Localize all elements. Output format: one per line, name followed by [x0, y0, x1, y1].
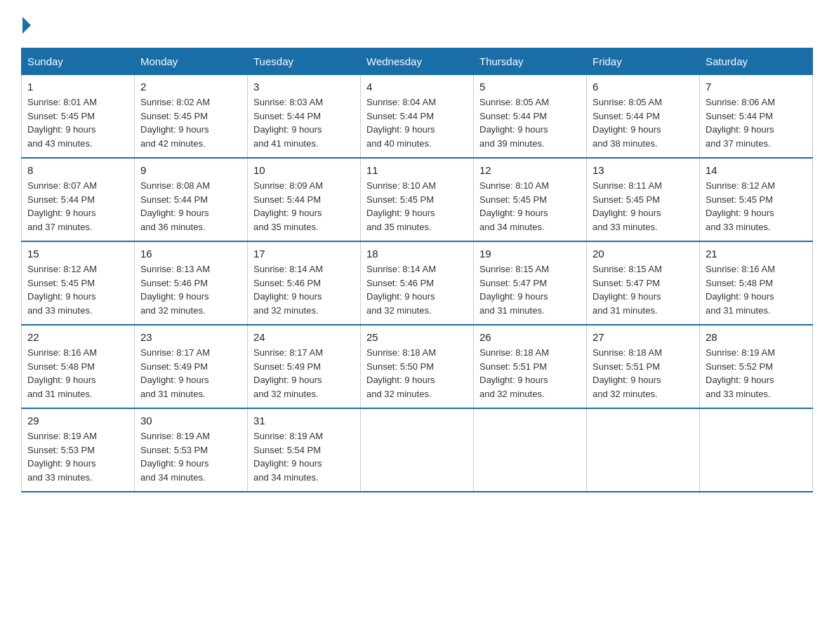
sunset-label: Sunset: 5:46 PM [366, 278, 434, 288]
day-number: 6 [593, 81, 694, 93]
calendar-day-cell: 7 Sunrise: 8:06 AM Sunset: 5:44 PM Dayli… [700, 75, 813, 159]
day-number: 29 [27, 415, 128, 427]
sunrise-label: Sunrise: 8:18 AM [593, 347, 662, 358]
calendar-day-cell: 29 Sunrise: 8:19 AM Sunset: 5:53 PM Dayl… [22, 408, 135, 492]
daylight-label: Daylight: 9 hoursand 33 minutes. [27, 291, 96, 316]
day-info: Sunrise: 8:18 AM Sunset: 5:50 PM Dayligh… [366, 346, 468, 401]
sunset-label: Sunset: 5:45 PM [140, 111, 208, 121]
calendar-day-cell [700, 408, 813, 492]
daylight-label: Daylight: 9 hoursand 41 minutes. [253, 124, 322, 149]
daylight-label: Daylight: 9 hoursand 43 minutes. [27, 124, 96, 149]
sunrise-label: Sunrise: 8:07 AM [27, 180, 97, 191]
calendar-day-cell: 19 Sunrise: 8:15 AM Sunset: 5:47 PM Dayl… [474, 241, 587, 325]
day-info: Sunrise: 8:10 AM Sunset: 5:45 PM Dayligh… [366, 179, 468, 234]
calendar-day-cell: 28 Sunrise: 8:19 AM Sunset: 5:52 PM Dayl… [700, 325, 813, 408]
sunset-label: Sunset: 5:51 PM [479, 361, 547, 372]
sunset-label: Sunset: 5:44 PM [253, 194, 321, 205]
daylight-label: Daylight: 9 hoursand 32 minutes. [140, 291, 209, 316]
logo [21, 14, 31, 34]
daylight-label: Daylight: 9 hoursand 31 minutes. [140, 375, 209, 399]
sunrise-label: Sunrise: 8:16 AM [27, 347, 97, 358]
calendar-day-cell: 4 Sunrise: 8:04 AM Sunset: 5:44 PM Dayli… [361, 75, 474, 159]
day-info: Sunrise: 8:01 AM Sunset: 5:45 PM Dayligh… [27, 95, 128, 150]
day-number: 21 [706, 248, 807, 260]
daylight-label: Daylight: 9 hoursand 34 minutes. [140, 458, 209, 483]
day-number: 27 [593, 331, 694, 343]
daylight-label: Daylight: 9 hoursand 35 minutes. [366, 208, 435, 232]
sunrise-label: Sunrise: 8:15 AM [479, 264, 549, 274]
day-number: 15 [27, 248, 128, 260]
calendar-day-cell: 20 Sunrise: 8:15 AM Sunset: 5:47 PM Dayl… [587, 241, 700, 325]
sunrise-label: Sunrise: 8:12 AM [706, 180, 775, 191]
calendar-day-cell: 3 Sunrise: 8:03 AM Sunset: 5:44 PM Dayli… [248, 75, 361, 159]
calendar-body: 1 Sunrise: 8:01 AM Sunset: 5:45 PM Dayli… [22, 75, 813, 492]
day-number: 31 [253, 415, 355, 427]
daylight-label: Daylight: 9 hoursand 32 minutes. [253, 375, 322, 399]
day-info: Sunrise: 8:19 AM Sunset: 5:53 PM Dayligh… [140, 429, 241, 484]
daylight-label: Daylight: 9 hoursand 33 minutes. [27, 458, 96, 483]
weekday-header-sunday: Sunday [22, 48, 135, 75]
sunset-label: Sunset: 5:52 PM [706, 361, 773, 372]
day-number: 7 [706, 81, 807, 93]
daylight-label: Daylight: 9 hoursand 31 minutes. [479, 291, 548, 316]
day-info: Sunrise: 8:15 AM Sunset: 5:47 PM Dayligh… [479, 262, 581, 317]
sunset-label: Sunset: 5:45 PM [366, 194, 434, 205]
sunrise-label: Sunrise: 8:19 AM [27, 431, 97, 441]
sunrise-label: Sunrise: 8:04 AM [366, 97, 436, 107]
weekday-header-saturday: Saturday [700, 48, 813, 75]
daylight-label: Daylight: 9 hoursand 32 minutes. [593, 375, 661, 399]
calendar-day-cell: 18 Sunrise: 8:14 AM Sunset: 5:46 PM Dayl… [361, 241, 474, 325]
sunset-label: Sunset: 5:44 PM [366, 111, 434, 121]
day-number: 19 [479, 248, 581, 260]
day-number: 17 [253, 248, 355, 260]
sunrise-label: Sunrise: 8:15 AM [593, 264, 662, 274]
day-info: Sunrise: 8:08 AM Sunset: 5:44 PM Dayligh… [140, 179, 241, 234]
sunset-label: Sunset: 5:44 PM [479, 111, 547, 121]
sunrise-label: Sunrise: 8:13 AM [140, 264, 210, 274]
sunrise-label: Sunrise: 8:05 AM [479, 97, 549, 107]
day-info: Sunrise: 8:18 AM Sunset: 5:51 PM Dayligh… [479, 346, 581, 401]
sunset-label: Sunset: 5:50 PM [366, 361, 434, 372]
weekday-row: SundayMondayTuesdayWednesdayThursdayFrid… [22, 48, 813, 75]
daylight-label: Daylight: 9 hoursand 39 minutes. [479, 124, 548, 149]
day-number: 1 [27, 81, 128, 93]
calendar-day-cell: 14 Sunrise: 8:12 AM Sunset: 5:45 PM Dayl… [700, 158, 813, 241]
calendar-day-cell: 5 Sunrise: 8:05 AM Sunset: 5:44 PM Dayli… [474, 75, 587, 159]
day-info: Sunrise: 8:09 AM Sunset: 5:44 PM Dayligh… [253, 179, 355, 234]
page-header [21, 14, 813, 34]
day-number: 25 [366, 331, 468, 343]
day-info: Sunrise: 8:07 AM Sunset: 5:44 PM Dayligh… [27, 179, 128, 234]
calendar-day-cell: 27 Sunrise: 8:18 AM Sunset: 5:51 PM Dayl… [587, 325, 700, 408]
day-number: 16 [140, 248, 241, 260]
day-info: Sunrise: 8:03 AM Sunset: 5:44 PM Dayligh… [253, 95, 355, 150]
daylight-label: Daylight: 9 hoursand 36 minutes. [140, 208, 209, 232]
day-number: 10 [253, 164, 355, 176]
calendar-day-cell [587, 408, 700, 492]
sunrise-label: Sunrise: 8:19 AM [140, 431, 210, 441]
day-number: 28 [706, 331, 807, 343]
calendar-day-cell: 9 Sunrise: 8:08 AM Sunset: 5:44 PM Dayli… [135, 158, 248, 241]
calendar-day-cell: 12 Sunrise: 8:10 AM Sunset: 5:45 PM Dayl… [474, 158, 587, 241]
calendar-table: SundayMondayTuesdayWednesdayThursdayFrid… [21, 48, 813, 492]
daylight-label: Daylight: 9 hoursand 38 minutes. [593, 124, 661, 149]
sunset-label: Sunset: 5:44 PM [140, 194, 208, 205]
day-info: Sunrise: 8:19 AM Sunset: 5:52 PM Dayligh… [706, 346, 807, 401]
daylight-label: Daylight: 9 hoursand 32 minutes. [479, 375, 548, 399]
day-number: 11 [366, 164, 468, 176]
calendar-day-cell [361, 408, 474, 492]
calendar-day-cell: 24 Sunrise: 8:17 AM Sunset: 5:49 PM Dayl… [248, 325, 361, 408]
sunrise-label: Sunrise: 8:06 AM [706, 97, 775, 107]
day-number: 30 [140, 415, 241, 427]
calendar-day-cell: 21 Sunrise: 8:16 AM Sunset: 5:48 PM Dayl… [700, 241, 813, 325]
daylight-label: Daylight: 9 hoursand 37 minutes. [706, 124, 774, 149]
daylight-label: Daylight: 9 hoursand 34 minutes. [479, 208, 548, 232]
daylight-label: Daylight: 9 hoursand 40 minutes. [366, 124, 435, 149]
sunset-label: Sunset: 5:44 PM [27, 194, 95, 205]
sunrise-label: Sunrise: 8:03 AM [253, 97, 323, 107]
sunrise-label: Sunrise: 8:12 AM [27, 264, 97, 274]
calendar-week-row: 15 Sunrise: 8:12 AM Sunset: 5:45 PM Dayl… [22, 241, 813, 325]
sunrise-label: Sunrise: 8:16 AM [706, 264, 775, 274]
calendar-day-cell: 26 Sunrise: 8:18 AM Sunset: 5:51 PM Dayl… [474, 325, 587, 408]
calendar-day-cell: 23 Sunrise: 8:17 AM Sunset: 5:49 PM Dayl… [135, 325, 248, 408]
day-info: Sunrise: 8:02 AM Sunset: 5:45 PM Dayligh… [140, 95, 241, 150]
